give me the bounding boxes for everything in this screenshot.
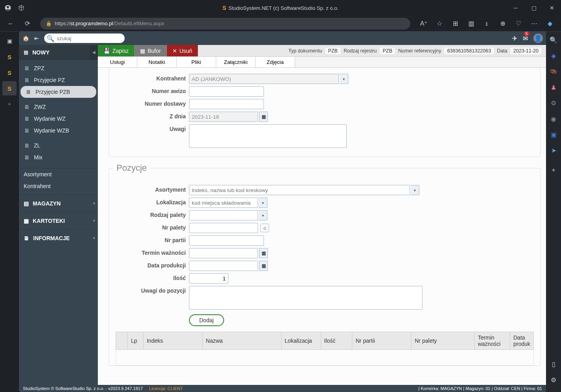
performance-icon[interactable]: ♡ [511,17,525,30]
paleta-input[interactable] [189,210,258,220]
sidebar-item-zl[interactable]: 🗎ZL [19,140,98,151]
sidebar-item-wzb[interactable]: 🗎Wydanie WZB [19,125,98,136]
collections-icon[interactable]: ⊕ [496,17,510,30]
copilot-icon[interactable]: ◆ [543,17,557,30]
sidebar-item-pz[interactable]: 🗎Przyjęcie PZ [19,74,98,86]
sidebar-group-magazyn[interactable]: ▤MAGAZYN▾ [19,194,98,212]
edge-outlook-icon[interactable]: ▣ [548,129,559,140]
mail-icon[interactable]: ✉5 [523,35,528,42]
sidebar-item-zpz[interactable]: 🗎ZPZ [19,62,98,74]
more-icon[interactable]: ⋯ [527,17,541,30]
doc-meta: Typ dokumentu PZB Rodzaj rejestru PZB Nu… [288,45,546,56]
favorite-icon[interactable]: ☆ [432,17,447,30]
tab-2[interactable]: S [2,65,17,80]
buffer-button[interactable]: ▦Bufor [135,45,166,56]
dropdown-icon[interactable]: ▾ [411,185,419,195]
edge-tools-icon[interactable]: ⚙ [548,97,559,109]
edge-add-icon[interactable]: ＋ [548,164,559,176]
tab-notatki[interactable]: Notatki [137,57,177,67]
asort-input[interactable] [189,185,410,195]
save-button[interactable]: 💾Zapisz [98,45,135,56]
sidebar-group-informacje[interactable]: 🗎INFORMACJE▾ [19,229,98,246]
chevron-left-icon[interactable]: ◀ [90,45,98,60]
tab-3[interactable]: S [2,81,17,95]
dropdown-icon[interactable]: ▾ [259,198,267,208]
scan-icon[interactable]: ⌂ [260,224,269,232]
calendar-icon[interactable]: ▦ [259,248,268,258]
user-icon[interactable]: 👤 [533,34,543,43]
tab-pliki[interactable]: Pliki [177,57,216,67]
tab-zdjecia[interactable]: Zdjęcia [256,57,295,67]
home-icon[interactable]: 🏠 [22,35,29,41]
dropdown-icon[interactable]: ▾ [259,210,267,220]
uwagi-poz-textarea[interactable] [189,286,423,310]
main-content: 💾Zapisz ▦Bufor ✕Usuń Typ dokumentu PZB R… [98,45,546,385]
minimize-button[interactable]: ─ [507,0,525,16]
search-input[interactable] [57,35,123,41]
edge-send-icon[interactable]: ➤ [548,144,559,156]
extensions-icon[interactable]: ⊞ [448,17,462,30]
prod-input[interactable] [189,261,258,271]
tabs-icon[interactable]: ▣ [2,34,17,48]
edge-games-icon[interactable]: ♟ [548,81,559,93]
grid-col-nrpartii[interactable]: Nr partii [352,332,411,350]
cube-icon[interactable] [18,5,24,11]
lok-input[interactable] [189,198,258,208]
grid-col-termin[interactable]: Termin ważności [475,332,510,350]
grid-col-dataprod[interactable]: Data produk [510,332,534,350]
edge-tag-icon[interactable]: ◈ [548,50,559,62]
plane-icon[interactable]: ✈ [512,35,517,42]
sidebar: ⊞ NOWY ◀ 🗎ZPZ 🗎Przyjęcie PZ 🗎Przyjęcie P… [19,45,98,385]
registry-value: PZB [379,47,396,55]
grid-col-lokalizacja[interactable]: Lokalizacja [281,332,321,350]
zdnia-input[interactable] [189,112,258,122]
tab-zalaczniki[interactable]: Załączniki [216,57,256,67]
sidebar-group-kartoteki[interactable]: ▦KARTOTEKI▾ [19,212,98,229]
awizo-input[interactable] [189,86,264,97]
calendar-icon[interactable]: ▦ [259,112,268,122]
sidebar-item-pzb[interactable]: 🗎Przyjęcie PZB [21,86,96,98]
dropdown-icon[interactable]: ▾ [340,74,348,84]
sidebar-item-mix[interactable]: 🗎Mix [19,151,98,163]
grid-col-ilosc[interactable]: Ilość [321,332,352,350]
tab-uslugi[interactable]: Usługi [98,57,137,67]
add-button[interactable]: Dodaj [189,314,224,326]
term-input[interactable] [189,248,258,258]
sidebar-item-wz[interactable]: 🗎Wydanie WZ [19,113,98,125]
back-button[interactable]: ← [4,17,17,30]
sidebar-section-new[interactable]: ⊞ NOWY ◀ [19,45,98,60]
address-bar[interactable]: 🔒 https://st.programdemo.pl/DefaultLeftM… [40,18,410,30]
refresh-button[interactable]: ⟳ [21,17,34,30]
calendar-icon[interactable]: ▦ [259,261,268,271]
delete-button[interactable]: ✕Usuń [167,45,198,56]
close-button[interactable]: ✕ [543,0,561,16]
grid-col-lp[interactable]: Lp [127,332,143,350]
grid-col-nrpalety[interactable]: Nr palety [411,332,475,350]
edge-office-icon[interactable]: ◉ [548,113,559,125]
grid-col-select[interactable] [116,332,128,350]
grid-col-nazwa[interactable]: Nazwa [202,332,281,350]
menu-collapse-icon[interactable]: ⇤ [33,35,40,41]
nrpar-input[interactable] [189,235,264,246]
tab-1[interactable]: S [2,50,17,64]
profile-icon[interactable] [5,5,11,11]
nrpal-label: Nr palety [116,223,189,231]
edge-panel-icon[interactable]: ▯ [548,358,559,370]
edge-shopping-icon[interactable]: 🛍 [548,65,559,77]
dostawa-input[interactable] [189,99,264,109]
ilosc-input[interactable] [189,273,228,284]
split-icon[interactable]: ▥ [464,17,478,30]
grid-col-indeks[interactable]: Indeks [143,332,202,350]
favorites-bar-icon[interactable]: ⩲ [480,17,494,30]
nrpal-input[interactable] [189,223,258,233]
edge-settings-icon[interactable]: ⚙ [548,374,559,386]
sidebar-item-zwz[interactable]: 🗎ZWZ [19,101,98,113]
sidebar-item-asortyment[interactable]: Asortyment [19,168,98,180]
sidebar-item-kontrahent[interactable]: Kontrahent [19,180,98,192]
read-aloud-icon[interactable]: A⁺ [417,17,431,30]
uwagi-textarea[interactable] [189,124,347,148]
new-tab-button[interactable]: ＋ [2,97,17,111]
edge-search-icon[interactable]: 🔍 [548,34,559,46]
kontrahent-input[interactable] [189,74,339,84]
maximize-button[interactable]: ▢ [525,0,543,16]
